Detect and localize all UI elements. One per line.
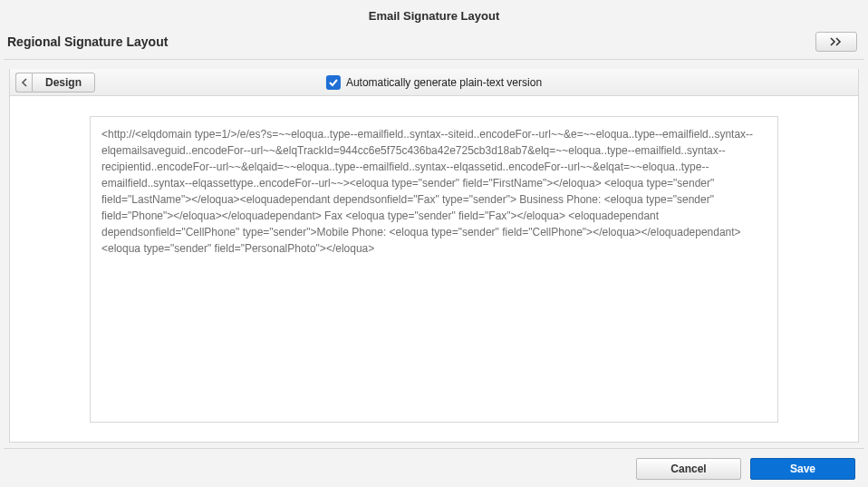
chevron-left-icon	[21, 78, 28, 87]
auto-generate-control: Automatically generate plain-text versio…	[326, 75, 542, 90]
design-back-button[interactable]	[15, 73, 32, 93]
app-container: Email Signature Layout Regional Signatur…	[0, 0, 868, 487]
cancel-button[interactable]: Cancel	[636, 458, 741, 480]
design-button-label: Design	[45, 76, 82, 89]
page-title: Email Signature Layout	[4, 4, 864, 28]
footer-actions: Cancel Save	[4, 448, 864, 487]
page-title-text: Email Signature Layout	[369, 9, 499, 23]
design-button[interactable]: Design	[32, 73, 95, 93]
save-button[interactable]: Save	[750, 458, 855, 480]
editor-content-area: <http://<elqdomain type=1/>/e/es?s=~~elo…	[10, 96, 858, 442]
editor-panel: Design Automatically generate plain-text…	[9, 69, 859, 443]
source-textarea[interactable]: <http://<elqdomain type=1/>/e/es?s=~~elo…	[90, 116, 778, 423]
design-tab-group: Design	[15, 73, 95, 93]
cancel-button-label: Cancel	[670, 463, 706, 475]
section-title: Regional Signature Layout	[7, 34, 168, 49]
save-button-label: Save	[790, 463, 815, 475]
expand-button[interactable]	[815, 32, 857, 52]
check-icon	[328, 77, 339, 88]
editor-toolbar: Design Automatically generate plain-text…	[10, 69, 858, 96]
sub-header: Regional Signature Layout	[4, 28, 864, 60]
auto-generate-label: Automatically generate plain-text versio…	[346, 76, 542, 89]
auto-generate-checkbox[interactable]	[326, 75, 341, 90]
chevrons-right-icon	[830, 35, 843, 49]
